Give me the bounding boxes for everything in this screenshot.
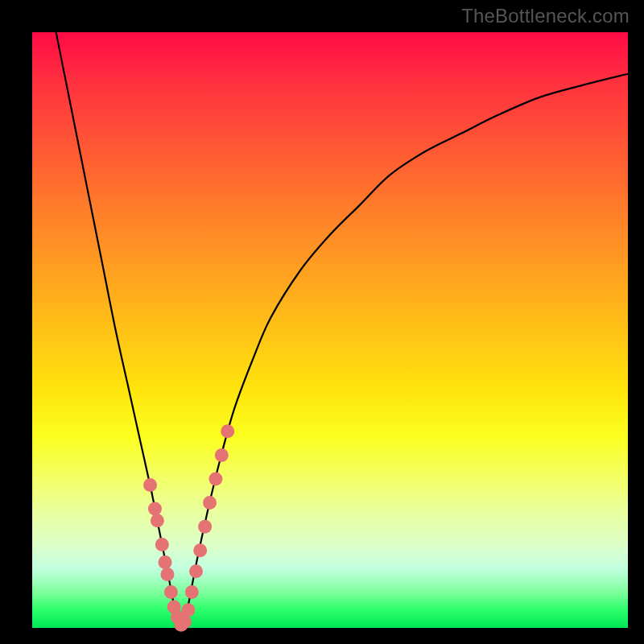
marker-point [208,473,222,486]
marker-point [189,564,203,578]
chart-frame: TheBottleneck.com [0,0,644,644]
plot-area [32,32,628,628]
marker-point [148,502,162,516]
chart-svg [32,32,628,628]
right-branch-path [181,74,628,628]
marker-point [203,496,217,510]
marker-point [159,555,172,569]
marker-point [193,543,207,557]
watermark-text: TheBottleneck.com [461,5,630,27]
marker-point [181,603,195,617]
marker-point [143,478,157,492]
marker-point [198,520,212,534]
curve-right-branch [181,74,628,628]
marker-point [164,585,178,599]
marker-point [151,514,164,527]
marker-point [185,585,199,599]
marker-point [160,568,174,581]
marker-point [221,424,234,438]
marker-point [215,448,229,462]
marker-point [178,615,192,629]
marker-point [155,538,169,551]
